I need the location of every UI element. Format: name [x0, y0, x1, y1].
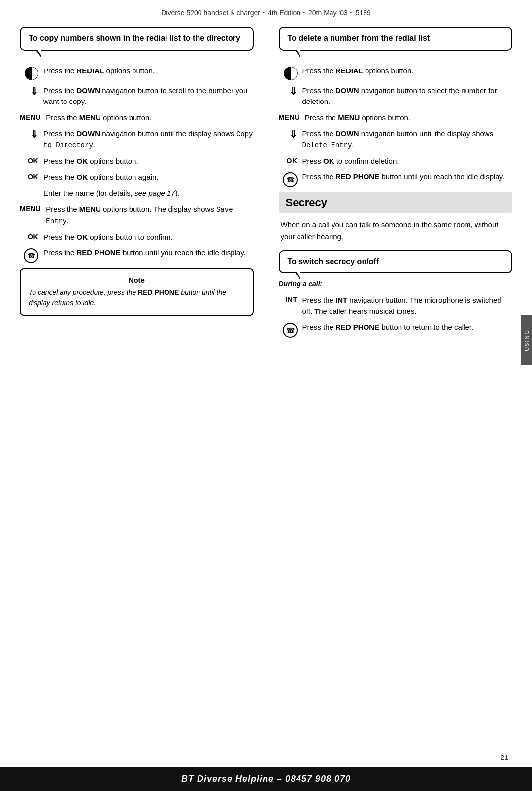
delete-step-3-text: Press the MENU options button. [305, 112, 512, 124]
menu-label-icon-2: MENU [20, 205, 41, 213]
note-title: Note [29, 276, 245, 284]
delete-step-4-text: Press the DOWN navigation button until t… [302, 128, 513, 151]
right-column: To delete a number from the redial list … [279, 27, 513, 338]
half-circle-icon [25, 67, 38, 80]
copy-step-8: MENU Press the MENU options button. The … [20, 204, 254, 227]
copy-step-8-icon: MENU [20, 204, 41, 213]
copy-step-1: Press the REDIAL options button. [20, 66, 254, 80]
copy-numbers-title: To copy numbers shown in the redial list… [29, 34, 245, 44]
delete-step-2: ⇓ Press the DOWN navigation button to se… [279, 85, 513, 107]
delete-step-5-text: Press OK to confirm deletion. [302, 156, 513, 167]
secrecy-heading: Secrecy [279, 192, 513, 213]
delete-step-1-icon [279, 66, 298, 80]
secrecy-step-1: INT Press the INT navigation button. The… [279, 295, 513, 317]
switch-secrecy-callout: To switch secrecy on/off [279, 250, 513, 273]
footer-text: BT Diverse Helpline – 08457 908 070 [181, 774, 351, 784]
copy-numbers-callout: To copy numbers shown in the redial list… [20, 27, 254, 51]
delete-step-5: OK Press OK to confirm deletion. [279, 156, 513, 167]
delete-step-3-icon: MENU [279, 112, 300, 121]
column-divider [266, 27, 266, 338]
copy-step-10: ☎ Press the RED PHONE button until you r… [20, 247, 254, 263]
footer: BT Diverse Helpline – 08457 908 070 [0, 767, 532, 791]
ok-label-icon-3: OK [28, 233, 38, 241]
delete-step-2-icon: ⇓ [279, 85, 298, 96]
copy-step-5-icon: OK [20, 156, 38, 165]
copy-step-7-icon [20, 188, 38, 189]
copy-step-9-icon: OK [20, 232, 38, 241]
svg-text:☎: ☎ [27, 252, 35, 260]
secrecy-step-1-icon: INT [279, 295, 298, 304]
copy-step-9-text: Press the OK options button to confirm. [43, 232, 254, 243]
copy-step-1-text: Press the REDIAL options button. [43, 66, 254, 77]
copy-step-2: ⇓ Press the DOWN navigation button to sc… [20, 85, 254, 107]
copy-step-7-text: Enter the name (for details, see page 17… [43, 188, 254, 199]
secrecy-step-2: ☎ Press the RED PHONE button to return t… [279, 322, 513, 338]
delete-number-callout: To delete a number from the redial list [279, 27, 513, 51]
svg-text:☎: ☎ [286, 326, 294, 334]
delete-step-1-text: Press the REDIAL options button. [302, 66, 513, 77]
copy-steps-list: Press the REDIAL options button. ⇓ Press… [20, 66, 254, 264]
copy-step-3: MENU Press the MENU options button. [20, 112, 254, 124]
copy-step-10-icon: ☎ [20, 247, 38, 263]
copy-step-6: OK Press the OK options button again. [20, 172, 254, 183]
down-arrow-icon: ⇓ [30, 86, 38, 96]
delete-step-2-text: Press the DOWN navigation button to sele… [302, 85, 513, 107]
delete-step-4: ⇓ Press the DOWN navigation button until… [279, 128, 513, 151]
during-call-label: During a call: [279, 280, 513, 288]
page-number: 21 [500, 754, 508, 761]
copy-step-8-text: Press the MENU options button. The displ… [46, 204, 253, 227]
left-column: To copy numbers shown in the redial list… [20, 27, 254, 338]
page-header: Diverse 5200 handset & charger ~ 4th Edi… [0, 0, 532, 22]
copy-step-2-icon: ⇓ [20, 85, 38, 96]
delete-step-6-text: Press the RED PHONE button until you rea… [302, 172, 513, 183]
down-arrow-icon-r2: ⇓ [289, 129, 298, 139]
delete-step-1: Press the REDIAL options button. [279, 66, 513, 80]
delete-steps-list: Press the REDIAL options button. ⇓ Press… [279, 66, 513, 188]
delete-step-3: MENU Press the MENU options button. [279, 112, 513, 124]
copy-step-3-text: Press the MENU options button. [46, 112, 253, 124]
red-phone-icon-r: ☎ [283, 172, 298, 187]
delete-step-5-icon: OK [279, 156, 298, 165]
copy-step-10-text: Press the RED PHONE button until you rea… [43, 247, 254, 259]
secrecy-step-2-text: Press the RED PHONE button to return to … [302, 322, 513, 333]
copy-step-9: OK Press the OK options button to confir… [20, 232, 254, 243]
copy-step-4-icon: ⇓ [20, 128, 38, 139]
ok-label-icon-r: OK [287, 157, 298, 165]
down-arrow-icon-2: ⇓ [30, 129, 38, 139]
menu-label-icon: MENU [20, 113, 41, 121]
down-arrow-icon-r: ⇓ [289, 86, 298, 96]
svg-text:☎: ☎ [286, 176, 294, 184]
copy-step-5-text: Press the OK options button. [43, 156, 254, 167]
ok-label-icon: OK [28, 157, 38, 165]
red-phone-icon: ☎ [24, 248, 38, 263]
copy-step-7: Enter the name (for details, see page 17… [20, 188, 254, 199]
delete-step-6-icon: ☎ [279, 172, 298, 187]
copy-step-3-icon: MENU [20, 112, 41, 121]
main-content: To copy numbers shown in the redial list… [0, 22, 532, 338]
header-title: Diverse 5200 handset & charger ~ 4th Edi… [161, 9, 371, 17]
side-tab: USING [521, 315, 532, 365]
copy-step-4: ⇓ Press the DOWN navigation button until… [20, 128, 254, 151]
delete-number-title: To delete a number from the redial list [288, 34, 504, 44]
secrecy-description: When on a call you can talk to someone i… [279, 219, 513, 242]
menu-label-icon-r: MENU [279, 113, 300, 121]
half-circle-icon-r [284, 67, 298, 80]
copy-step-1-icon [20, 66, 38, 80]
note-text: To cancel any procedure, press the RED P… [29, 287, 245, 308]
red-phone-icon-s: ☎ [283, 323, 298, 338]
secrecy-step-1-text: Press the INT navigation button. The mic… [302, 295, 513, 317]
int-label-icon: INT [285, 296, 297, 304]
secrecy-steps-list: INT Press the INT navigation button. The… [279, 295, 513, 338]
secrecy-section: Secrecy When on a call you can talk to s… [279, 192, 513, 338]
copy-step-4-text: Press the DOWN navigation button until t… [43, 128, 254, 151]
delete-step-4-icon: ⇓ [279, 128, 298, 139]
copy-step-6-icon: OK [20, 172, 38, 181]
copy-step-6-text: Press the OK options button again. [43, 172, 254, 183]
ok-label-icon-2: OK [28, 173, 38, 181]
delete-step-6: ☎ Press the RED PHONE button until you r… [279, 172, 513, 187]
copy-step-2-text: Press the DOWN navigation button to scro… [43, 85, 254, 107]
note-box: Note To cancel any procedure, press the … [20, 268, 254, 316]
switch-secrecy-title: To switch secrecy on/off [288, 257, 504, 266]
copy-step-5: OK Press the OK options button. [20, 156, 254, 167]
secrecy-step-2-icon: ☎ [279, 322, 298, 338]
